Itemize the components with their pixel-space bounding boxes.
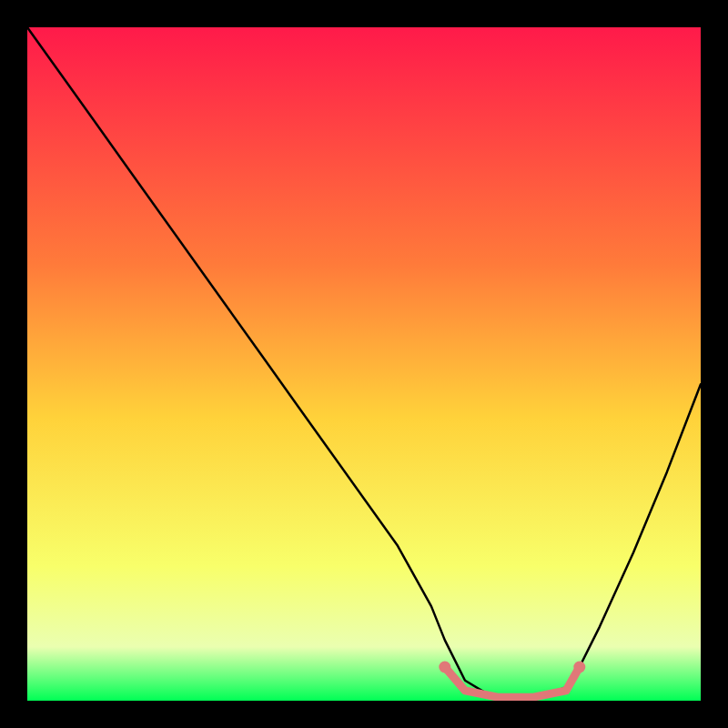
chart-frame: TheBottleneck.com	[27, 27, 701, 701]
optimal-band-dot	[573, 662, 585, 673]
optimal-band-dot	[439, 662, 450, 673]
chart-svg	[27, 27, 701, 701]
gradient-background	[27, 27, 701, 701]
